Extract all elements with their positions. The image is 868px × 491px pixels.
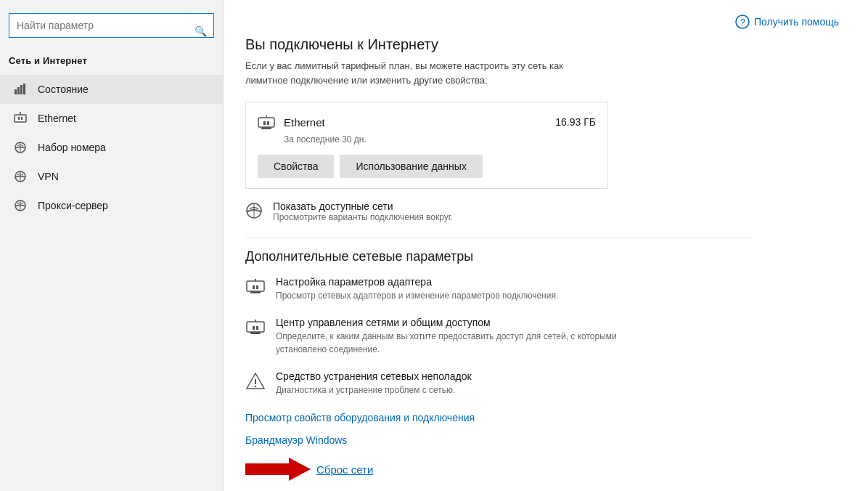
sidebar: 🔍 Сеть и Интернет Состояние Ethernet — [0, 0, 224, 491]
svg-rect-34 — [250, 291, 261, 293]
link-hardware[interactable]: Просмотр свойств оборудования и подключе… — [245, 412, 475, 423]
status-icon — [13, 82, 28, 97]
sidebar-item-label-vpn: VPN — [38, 171, 59, 182]
svg-rect-2 — [20, 85, 22, 94]
available-networks-text: Показать доступные сети Просмотрите вари… — [273, 200, 453, 222]
svg-rect-4 — [15, 115, 26, 122]
red-arrow-icon — [245, 456, 311, 482]
settings-item-troubleshoot[interactable]: Средство устранения сетевых неполадок Ди… — [245, 370, 644, 397]
svg-rect-37 — [256, 326, 258, 330]
help-label: Получить помощь — [754, 16, 839, 28]
sidebar-section-title: Сеть и Интернет — [0, 49, 223, 75]
help-link[interactable]: ? Получить помощь — [735, 15, 839, 29]
sidebar-item-ethernet[interactable]: Ethernet — [0, 104, 223, 133]
settings-item-adapter[interactable]: Настройка параметров адаптера Просмотр с… — [245, 276, 644, 302]
available-networks-title: Показать доступные сети — [273, 200, 453, 212]
svg-rect-22 — [267, 121, 269, 125]
main-content: ? Получить помощь Вы подключены к Интерн… — [224, 0, 868, 491]
svg-point-43 — [255, 386, 256, 387]
help-icon: ? — [735, 15, 750, 29]
network-center-desc: Определите, к каким данным вы хотите пре… — [276, 330, 644, 356]
sidebar-item-label-ethernet: Ethernet — [38, 113, 76, 124]
available-networks-desc: Просмотрите варианты подключения вокруг. — [273, 212, 453, 222]
connected-desc: Если у вас лимитный тарифный план, вы мо… — [245, 59, 594, 87]
svg-point-24 — [266, 115, 267, 116]
ethernet-card: Ethernet 16.93 ГБ За последние 30 дн. Св… — [245, 102, 608, 189]
svg-text:?: ? — [740, 17, 745, 28]
svg-rect-1 — [17, 87, 20, 94]
svg-rect-21 — [263, 121, 266, 125]
ethernet-card-name: Ethernet — [284, 116, 546, 129]
svg-rect-31 — [256, 285, 258, 289]
svg-rect-0 — [15, 89, 17, 94]
svg-rect-20 — [258, 118, 274, 127]
proxy-icon — [13, 198, 28, 213]
svg-point-39 — [255, 320, 257, 320]
adapter-text: Настройка параметров адаптера Просмотр с… — [276, 276, 558, 302]
dialup-icon — [13, 140, 28, 155]
adapter-title: Настройка параметров адаптера — [276, 276, 558, 288]
svg-point-33 — [255, 279, 257, 280]
sidebar-item-label-status: Состояние — [38, 84, 89, 95]
svg-rect-36 — [253, 326, 255, 330]
reset-network-row: Сброс сети — [245, 456, 839, 482]
ethernet-card-icon — [258, 114, 275, 131]
search-wrap: 🔍 — [0, 7, 223, 49]
additional-settings-heading: Дополнительные сетевые параметры — [245, 249, 839, 264]
troubleshoot-title: Средство устранения сетевых неполадок — [276, 370, 472, 382]
sidebar-item-status[interactable]: Состояние — [0, 75, 223, 104]
available-networks-row[interactable]: Показать доступные сети Просмотрите вари… — [245, 200, 608, 222]
connected-title: Вы подключены к Интернету — [245, 36, 839, 53]
sidebar-item-dialup[interactable]: Набор номера — [0, 133, 223, 162]
svg-rect-3 — [23, 84, 25, 94]
sidebar-item-vpn[interactable]: VPN — [0, 162, 223, 191]
sidebar-item-label-proxy: Прокси-сервер — [38, 200, 108, 211]
available-networks-icon — [245, 202, 263, 219]
link-firewall[interactable]: Брандмауэр Windows — [245, 434, 347, 446]
troubleshoot-desc: Диагностика и устранение проблем с сетью… — [276, 384, 472, 397]
link-reset-network[interactable]: Сброс сети — [316, 463, 373, 476]
troubleshoot-text: Средство устранения сетевых неполадок Ди… — [276, 370, 472, 397]
vpn-icon — [13, 169, 28, 184]
ethernet-nav-icon — [13, 111, 28, 126]
svg-rect-25 — [261, 127, 271, 129]
search-input[interactable] — [9, 13, 214, 38]
ethernet-row: Ethernet 16.93 ГБ — [258, 113, 596, 131]
ethernet-card-data: 16.93 ГБ — [555, 116, 596, 128]
svg-rect-5 — [18, 117, 20, 120]
svg-rect-40 — [250, 332, 261, 334]
svg-rect-30 — [253, 285, 255, 289]
troubleshoot-icon — [245, 371, 266, 391]
divider — [245, 237, 753, 238]
ethernet-card-sub: За последние 30 дн. — [258, 134, 596, 145]
svg-marker-44 — [245, 458, 311, 481]
help-link-row: ? Получить помощь — [245, 15, 839, 29]
network-center-text: Центр управления сетями и общим доступом… — [276, 317, 644, 356]
btn-data-usage[interactable]: Использование данных — [340, 155, 482, 178]
btn-properties[interactable]: Свойства — [258, 155, 334, 178]
svg-rect-35 — [247, 322, 264, 332]
network-center-title: Центр управления сетями и общим доступом — [276, 317, 644, 328]
sidebar-item-label-dialup: Набор номера — [38, 142, 106, 153]
adapter-desc: Просмотр сетевых адаптеров и изменение п… — [276, 289, 558, 302]
svg-point-8 — [20, 112, 21, 113]
adapter-icon — [245, 277, 266, 297]
sidebar-item-proxy[interactable]: Прокси-сервер — [0, 191, 223, 220]
settings-item-network-center[interactable]: Центр управления сетями и общим доступом… — [245, 317, 644, 356]
ethernet-buttons: Свойства Использование данных — [258, 155, 596, 178]
svg-rect-29 — [247, 281, 264, 291]
network-center-icon — [245, 317, 266, 338]
svg-rect-6 — [21, 117, 22, 120]
